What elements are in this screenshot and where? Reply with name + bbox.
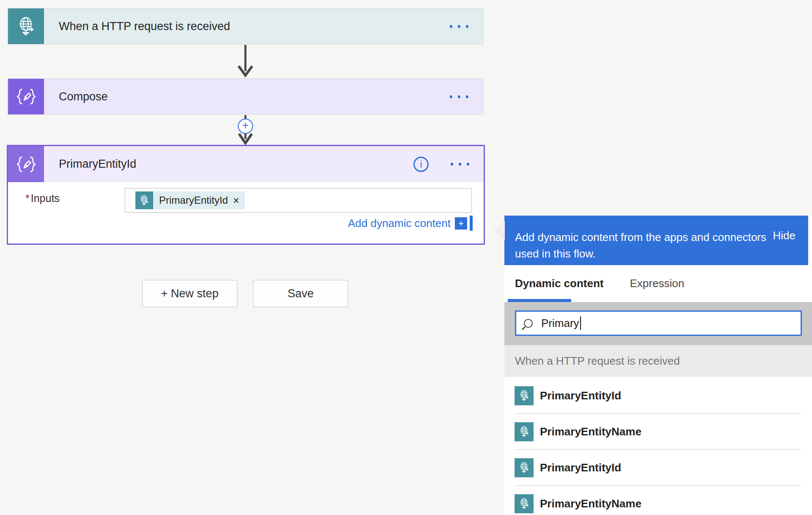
text-cursor [580, 316, 581, 330]
search-icon [524, 319, 533, 328]
inputs-field-label: *Inputs [25, 192, 60, 205]
hide-button[interactable]: Hide [773, 229, 795, 265]
http-request-icon [8, 8, 44, 44]
compose-icon [8, 79, 44, 114]
token-label: PrimaryEntityId [159, 194, 228, 206]
save-button[interactable]: Save [253, 280, 348, 307]
dynamic-content-item-primaryentityid[interactable]: PrimaryEntityId [504, 450, 812, 485]
compose-card-menu-ellipsis-icon[interactable] [448, 92, 470, 102]
dynamic-content-panel: Add dynamic content from the apps and co… [504, 216, 812, 515]
trigger-card-http-request[interactable]: When a HTTP request is received [8, 8, 483, 44]
dynamic-content-list: PrimaryEntityId PrimaryEntityName Primar… [504, 377, 812, 515]
add-dynamic-content-link[interactable]: Add dynamic content [348, 217, 451, 230]
dynamic-content-item-primaryentityname[interactable]: PrimaryEntityName [504, 486, 812, 515]
trigger-card-title: When a HTTP request is received [59, 20, 230, 33]
add-dynamic-content-plus-button[interactable]: + [455, 217, 467, 230]
active-tab-underline [508, 299, 571, 302]
http-request-token-icon [515, 494, 534, 513]
http-request-token-icon [135, 191, 153, 209]
tab-dynamic-content[interactable]: Dynamic content [515, 277, 604, 290]
dynamic-content-item-primaryentityname[interactable]: PrimaryEntityName [504, 414, 812, 449]
trigger-card-menu-ellipsis-icon[interactable] [448, 22, 470, 31]
action-card-menu-ellipsis-icon[interactable] [449, 159, 471, 169]
http-request-token-icon [515, 386, 534, 405]
info-icon[interactable]: i [413, 157, 429, 172]
compose-card[interactable]: Compose [8, 78, 483, 115]
action-card-title: PrimaryEntityId [59, 158, 136, 171]
action-card-header[interactable]: PrimaryEntityId i [8, 146, 484, 182]
new-step-button[interactable]: + New step [142, 280, 237, 307]
panel-header-message: Add dynamic content from the apps and co… [515, 229, 769, 265]
add-dynamic-content-caret [470, 216, 473, 231]
tab-expression[interactable]: Expression [630, 277, 685, 290]
search-input-value: Primary [541, 317, 579, 330]
connector-arrow-icon [235, 45, 256, 78]
panel-callout-beak [493, 221, 505, 240]
action-card-body: *Inputs PrimaryEntityId × Add dynamic co… [8, 182, 484, 244]
compose-icon [8, 146, 44, 182]
token-remove-icon[interactable]: × [233, 194, 239, 207]
compose-card-title: Compose [59, 90, 108, 103]
primaryentityid-token[interactable]: PrimaryEntityId × [135, 191, 245, 209]
dynamic-content-search-input[interactable]: Primary [515, 310, 802, 336]
search-band: Primary [504, 302, 812, 345]
http-request-token-icon [515, 458, 534, 477]
http-request-token-icon [515, 422, 534, 441]
panel-header: Add dynamic content from the apps and co… [504, 216, 808, 265]
insert-step-plus-button[interactable]: + [238, 119, 253, 134]
dynamic-content-group-header: When a HTTP request is received [504, 345, 812, 377]
inputs-field[interactable]: PrimaryEntityId × [125, 188, 472, 213]
dynamic-content-item-primaryentityid[interactable]: PrimaryEntityId [504, 378, 812, 413]
primaryentityid-action-card[interactable]: PrimaryEntityId i *Inputs PrimaryEntityI… [7, 145, 485, 245]
panel-tabs: Dynamic content Expression [504, 265, 812, 302]
required-marker: * [25, 192, 30, 204]
